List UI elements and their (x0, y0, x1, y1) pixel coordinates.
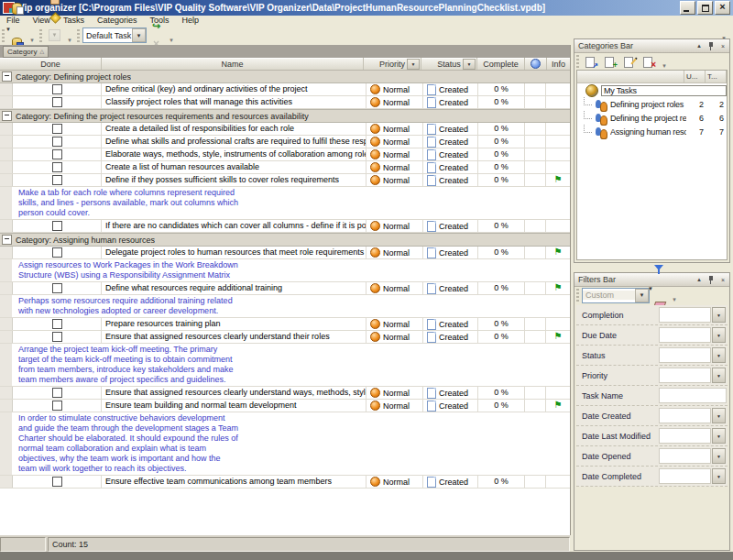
edit-category-button[interactable] (620, 52, 640, 71)
done-checkbox[interactable] (52, 149, 62, 159)
task-view-combo[interactable]: Default Task V ▼ (82, 27, 147, 43)
filter-dropdown-button[interactable]: ▼ (712, 468, 726, 484)
priority-filter-dropdown[interactable]: ▼ (407, 59, 420, 70)
collapse-panel-button[interactable]: ▴ (694, 275, 705, 285)
tree-item-category[interactable]: Defining the project resources requir66 (577, 111, 727, 125)
done-checkbox[interactable] (52, 247, 62, 258)
collapse-group-icon[interactable] (2, 71, 12, 82)
task-row[interactable]: Prepare resources training planNormalCre… (0, 318, 570, 331)
new-category-button[interactable] (582, 52, 601, 71)
filter-value-field[interactable] (659, 368, 711, 383)
task-row[interactable]: Ensure effective team communications amo… (0, 476, 570, 489)
group-header-row[interactable]: Category: Assigning human resources (0, 233, 570, 247)
open-database-button[interactable] (7, 0, 27, 18)
group-header-row[interactable]: Category: Defining the project resources… (0, 109, 570, 123)
task-row[interactable]: Ensure that assigned resources clearly u… (0, 331, 570, 344)
filter-preset-combo[interactable]: Custom ▼ (582, 288, 650, 303)
column-header-attachment[interactable] (525, 58, 547, 70)
restore-button[interactable] (697, 1, 713, 15)
apply-view-button[interactable] (147, 17, 166, 36)
status-filter-dropdown[interactable]: ▼ (463, 59, 476, 70)
minimize-button[interactable] (680, 1, 695, 15)
tree-item-category[interactable]: Defining project roles22 (577, 97, 727, 111)
delete-category-button[interactable] (640, 52, 659, 71)
close-panel-button[interactable]: × (717, 275, 728, 285)
filter-dropdown-button[interactable]: ▼ (712, 307, 726, 323)
done-checkbox[interactable] (52, 319, 62, 329)
toolbar-grip[interactable] (77, 29, 80, 42)
toolbar-grip[interactable] (576, 55, 579, 68)
done-checkbox[interactable] (52, 283, 62, 293)
chevron-down-icon[interactable]: ▼ (648, 286, 653, 291)
column-header-info[interactable]: Info (547, 58, 570, 70)
chevron-down-icon[interactable]: ▼ (5, 27, 11, 32)
task-row[interactable]: Define if they posses sufficient skills … (0, 174, 570, 187)
done-checkbox[interactable] (52, 401, 62, 411)
column-header-status[interactable]: Status ▼ (421, 58, 477, 70)
filter-value-field[interactable] (659, 408, 711, 423)
pin-panel-button[interactable] (706, 41, 717, 51)
column-header-priority[interactable]: Priority ▼ (364, 58, 421, 70)
group-by-category-tab[interactable]: Category △ (3, 46, 49, 58)
filter-value-field[interactable] (659, 468, 711, 484)
collapse-group-icon[interactable] (2, 235, 12, 245)
close-button[interactable] (715, 1, 730, 15)
task-row[interactable]: Define what resources require additional… (0, 282, 570, 295)
complete-task-button[interactable] (45, 8, 64, 27)
task-row[interactable]: Elaborate ways, methods, style, instrume… (0, 148, 570, 161)
filter-value-field[interactable] (659, 388, 727, 403)
column-header-done[interactable]: Done (0, 58, 102, 70)
menu-categories[interactable]: Categories (91, 16, 144, 26)
menu-help[interactable]: Help (175, 16, 205, 26)
toolbar-overflow-button[interactable]: ▾ (661, 53, 668, 70)
toolbar-overflow-button[interactable]: ▾ (66, 27, 73, 44)
tree-item-my-tasks[interactable]: My Tasks (577, 83, 727, 97)
task-note-row[interactable]: Assign resources to Work Packages in the… (0, 259, 570, 282)
done-checkbox[interactable] (52, 477, 62, 487)
chevron-down-icon[interactable]: ▼ (132, 28, 146, 42)
tree-header-total[interactable]: T... (706, 71, 727, 82)
pin-panel-button[interactable] (706, 275, 717, 285)
close-panel-button[interactable]: × (717, 41, 728, 51)
task-note-row[interactable]: Arrange the project team kick-off meetin… (0, 344, 570, 387)
toolbar-grip[interactable] (39, 29, 42, 42)
tree-item-category[interactable]: Assigning human resources77 (577, 125, 727, 138)
chevron-down-icon[interactable]: ▼ (635, 289, 649, 302)
task-note-row[interactable]: In order to stimulate constructive behav… (0, 412, 570, 476)
filter-value-field[interactable] (659, 428, 711, 444)
done-checkbox[interactable] (52, 137, 62, 147)
column-header-name[interactable]: Name (102, 58, 364, 70)
filter-value-field[interactable] (659, 448, 711, 464)
done-checkbox[interactable] (52, 124, 62, 134)
done-checkbox[interactable] (52, 388, 62, 398)
toolbar-grip[interactable] (2, 29, 5, 42)
done-checkbox[interactable] (52, 332, 62, 342)
done-checkbox[interactable] (52, 84, 62, 94)
collapse-group-icon[interactable] (2, 111, 12, 121)
task-note-row[interactable]: Perhaps some resources require additiona… (0, 295, 570, 318)
group-header-row[interactable]: Category: Defining project roles (0, 70, 570, 83)
done-checkbox[interactable] (52, 221, 62, 231)
task-row[interactable]: Ensure team building and normal team dev… (0, 400, 570, 412)
task-note-row[interactable]: Make a tab for each role where columns r… (0, 187, 570, 220)
filter-dropdown-button[interactable]: ▼ (712, 448, 726, 464)
done-checkbox[interactable] (52, 97, 62, 107)
toolbar-grip[interactable] (576, 289, 579, 302)
done-checkbox[interactable] (52, 162, 62, 172)
tree-header-uncompleted[interactable]: U... (684, 71, 706, 82)
drag-task-button[interactable] (45, 0, 64, 8)
task-row[interactable]: Define critical (key) and ordinary activ… (0, 83, 570, 96)
task-row[interactable]: Create a detailed list of responsibiliti… (0, 123, 570, 136)
collapse-panel-button[interactable]: ▴ (694, 41, 705, 51)
filter-dropdown-button[interactable]: ▼ (712, 428, 726, 444)
column-header-complete[interactable]: Complete (477, 58, 525, 70)
toolbar-overflow-button[interactable]: ▾ (28, 27, 36, 44)
toolbar-overflow-button[interactable]: ▾ (671, 287, 678, 303)
task-row[interactable]: Delegate project roles to human resource… (0, 247, 570, 259)
apply-filter-button[interactable] (650, 259, 669, 278)
filter-value-field[interactable] (659, 307, 711, 323)
task-row[interactable]: Define what skills and professional craf… (0, 136, 570, 148)
toolbar-overflow-button[interactable]: ▾ (168, 27, 175, 44)
filter-dropdown-button[interactable]: ▼ (712, 327, 726, 343)
filter-value-field[interactable] (659, 347, 711, 363)
